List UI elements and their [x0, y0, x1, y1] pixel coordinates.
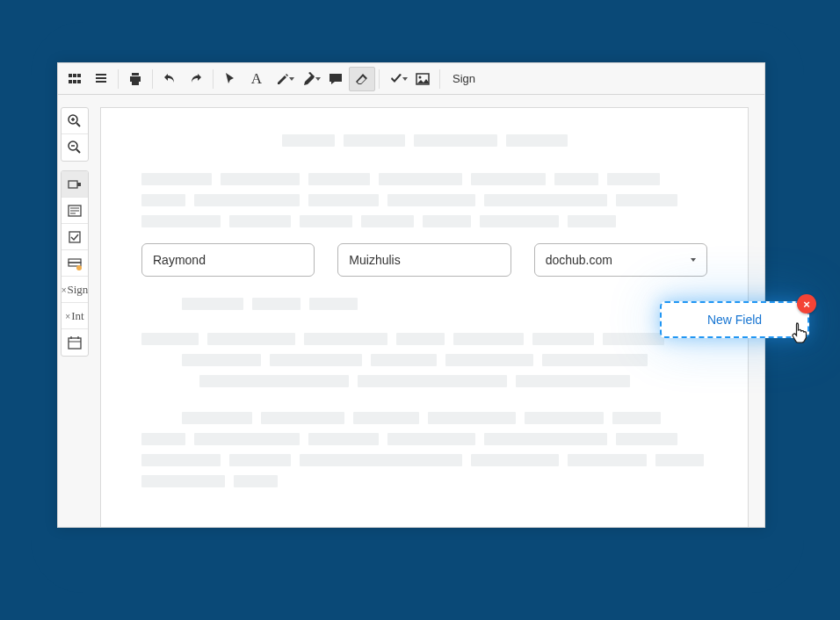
field-tools-group: Sign Int [61, 170, 89, 357]
zoom-in-button[interactable] [62, 108, 88, 134]
placeholder [182, 298, 243, 310]
domain-value: dochub.com [546, 253, 612, 267]
select-tool-button[interactable] [217, 67, 243, 91]
domain-select[interactable]: dochub.com [534, 243, 707, 277]
dropdown-field-tool[interactable] [62, 250, 88, 277]
placeholder [603, 333, 664, 345]
svg-rect-3 [69, 80, 72, 83]
image-tool-button[interactable] [409, 67, 436, 91]
placeholder [300, 215, 352, 227]
placeholder [471, 454, 559, 466]
workspace: Sign Int [58, 95, 764, 527]
placeholder [525, 412, 604, 424]
last-name-field[interactable]: Muizhulis [337, 243, 511, 277]
placeholder [182, 354, 261, 366]
close-popup-button[interactable]: × [797, 294, 816, 314]
placeholder [182, 412, 252, 424]
placeholder [141, 194, 185, 206]
placeholder [516, 375, 630, 387]
highlight-tool-button[interactable] [296, 67, 322, 91]
svg-rect-18 [69, 181, 77, 188]
placeholder [453, 333, 524, 345]
form-fields-row: Raymond Muizhulis dochub.com [141, 243, 707, 277]
placeholder [414, 134, 497, 147]
placeholder [252, 298, 301, 310]
svg-rect-5 [77, 80, 81, 83]
comment-tool-button[interactable] [322, 67, 349, 91]
placeholder [261, 412, 344, 424]
placeholder [506, 134, 568, 147]
svg-rect-19 [77, 183, 81, 186]
placeholder [309, 298, 358, 310]
placeholder-row [141, 433, 707, 445]
placeholder-row [141, 454, 707, 466]
signature-field-tool[interactable]: Sign [62, 277, 88, 303]
placeholder [361, 215, 414, 227]
initials-field-tool[interactable]: Int [62, 303, 88, 329]
draw-tool-button[interactable] [270, 67, 296, 91]
sign-menu-button[interactable]: Sign [444, 72, 484, 85]
placeholder-row [141, 134, 707, 147]
placeholder-row [141, 298, 707, 310]
zoom-group [61, 107, 89, 162]
svg-rect-1 [73, 74, 76, 77]
placeholder [304, 333, 387, 345]
placeholder [308, 433, 379, 445]
paragraph-button[interactable] [88, 67, 114, 91]
placeholder-row [141, 194, 707, 206]
new-field-label: New Field [707, 313, 762, 327]
svg-rect-6 [96, 74, 106, 76]
placeholder [358, 375, 507, 387]
print-button[interactable] [122, 67, 148, 91]
checkmark-tool-button[interactable] [383, 67, 409, 91]
placeholder-row [141, 333, 707, 345]
document-page[interactable]: Raymond Muizhulis dochub.com [100, 107, 749, 527]
new-field-popup[interactable]: New Field × [660, 301, 809, 338]
placeholder [141, 475, 225, 487]
placeholder [353, 412, 419, 424]
first-name-field[interactable]: Raymond [141, 243, 315, 277]
placeholder [344, 134, 405, 147]
grid-view-button[interactable] [62, 67, 88, 91]
eraser-tool-button[interactable] [349, 67, 375, 91]
placeholder [484, 194, 607, 206]
svg-line-12 [76, 123, 80, 126]
placeholder [300, 454, 462, 466]
placeholder [282, 134, 335, 147]
placeholder [229, 454, 291, 466]
svg-rect-7 [96, 77, 106, 79]
placeholder [471, 173, 546, 185]
placeholder [194, 433, 300, 445]
placeholder [387, 433, 475, 445]
cursor-pointer-icon [791, 321, 810, 348]
initials-icon: Int [65, 309, 83, 323]
svg-rect-25 [69, 259, 81, 263]
placeholder-row [141, 375, 707, 387]
placeholder [141, 454, 221, 466]
placeholder [428, 412, 516, 424]
zoom-out-button[interactable] [62, 134, 88, 161]
placeholder-row [141, 475, 707, 487]
text-field-tool[interactable] [62, 171, 88, 198]
placeholder-row [141, 173, 707, 185]
placeholder [207, 333, 295, 345]
side-toolbox: Sign Int [58, 95, 91, 527]
divider [213, 69, 214, 89]
placeholder [229, 215, 291, 227]
svg-rect-4 [73, 80, 76, 83]
paragraph-field-tool[interactable] [62, 198, 88, 224]
placeholder [484, 433, 607, 445]
divider [118, 69, 119, 89]
undo-button[interactable] [156, 67, 183, 91]
top-toolbar: A Sign [58, 63, 764, 95]
placeholder [141, 433, 185, 445]
text-tool-button[interactable]: A [243, 67, 270, 91]
divider [439, 69, 440, 89]
placeholder [480, 215, 559, 227]
date-field-tool[interactable] [62, 329, 88, 356]
editor-window: A Sign [57, 62, 765, 528]
placeholder [234, 475, 278, 487]
checkbox-field-tool[interactable] [62, 224, 88, 250]
redo-button[interactable] [183, 67, 209, 91]
svg-rect-2 [77, 74, 81, 77]
